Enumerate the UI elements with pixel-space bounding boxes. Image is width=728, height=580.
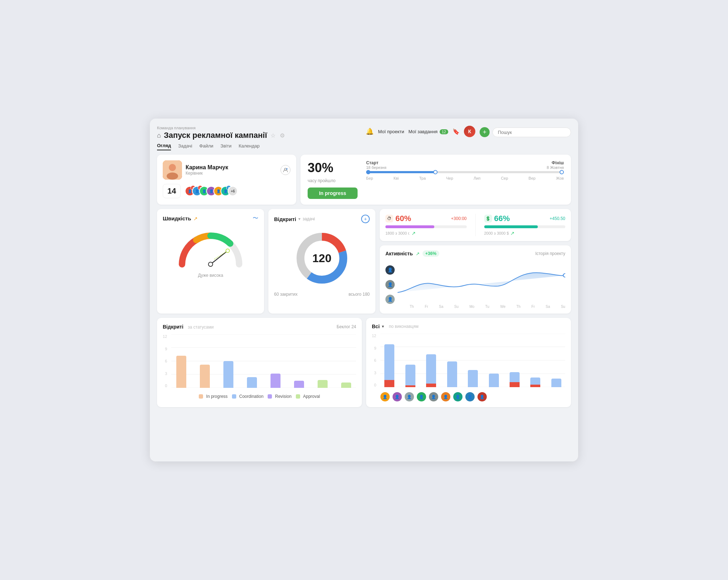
- team-top: Карина Марчук Керівник: [163, 160, 290, 180]
- bar-group-4: [242, 377, 262, 388]
- people-bar-1: [380, 344, 398, 387]
- people-bar-5: [464, 370, 482, 387]
- closed-count: 60 закритих: [274, 292, 298, 297]
- row1: Карина Марчук Керівник 14: [157, 155, 571, 205]
- stats-row: ⏱ 60% +300:00 1800 з 3000 г. ↗: [385, 214, 565, 236]
- row2: Швидкість ↗ 〜: [157, 209, 571, 314]
- my-projects-link[interactable]: Мої проекти: [378, 129, 404, 134]
- header-right: 🔔 Мої проекти Мої завдання 12 🔖 К +: [366, 126, 571, 137]
- add-task-button[interactable]: +: [361, 215, 370, 223]
- speed-chart-icon-button[interactable]: 〜: [253, 215, 258, 222]
- tasks-donut-card: Відкриті ▾ задачі + 120: [268, 209, 375, 314]
- speed-title: Швидкість: [163, 215, 191, 221]
- svg-point-11: [563, 274, 565, 277]
- activity-chart-svg: [398, 260, 565, 303]
- avatars-row: 👤 1 👤 2 👤 👤 👤 👤 8 +6: [185, 186, 238, 196]
- people-bar-9-blue: [551, 379, 561, 387]
- bar-group-2: [195, 365, 215, 388]
- timeline-months: Бер Кві Тра Чер Лип Сер Вер Жов: [366, 176, 564, 180]
- my-tasks-link: Мої завдання 12: [409, 129, 448, 134]
- notification-icon[interactable]: 🔔: [366, 128, 374, 135]
- label-revision: Revision: [268, 393, 291, 399]
- status-chart-title-group: Відкриті за статусами: [163, 324, 214, 330]
- manager-info: Карина Марчук Керівник: [186, 164, 228, 176]
- team-card: Карина Марчук Керівник 14: [157, 155, 296, 205]
- finish-info: Фініш 8 Жовтня: [547, 160, 564, 170]
- label-inprogress: In progress: [199, 393, 227, 399]
- bar-group-6: [289, 381, 309, 388]
- people-bar-2-blue: [405, 365, 415, 385]
- status-bar-chart-card: Відкриті за статусами Беклог 24 12 9 6 3…: [157, 318, 362, 407]
- user-avatar[interactable]: К: [464, 126, 475, 137]
- status-chart-header: Відкриті за статусами Беклог 24: [163, 324, 356, 330]
- bar-4: [247, 377, 257, 388]
- people-bar-chart-card: Всі ▾ по виконавцям 12 9 6 3 0: [366, 318, 571, 407]
- backlog-label: Беклог 24: [337, 324, 356, 329]
- add-button[interactable]: +: [480, 127, 490, 137]
- star-button[interactable]: ☆: [270, 131, 276, 140]
- bar-group-1: [171, 356, 191, 388]
- status-button[interactable]: In progress: [308, 188, 358, 199]
- assignee-av-7: 👤: [453, 392, 462, 401]
- bookmark-icon[interactable]: 🔖: [453, 128, 460, 135]
- app-container: Команда планування ⌂ Запуск рекламної ка…: [150, 119, 578, 461]
- start-info: Старт 18 березня: [366, 160, 386, 170]
- bar-6: [294, 381, 304, 388]
- settings-button[interactable]: ⚙: [279, 131, 285, 140]
- tab-tasks[interactable]: Задачі: [178, 143, 192, 150]
- timeline-dot-start: [366, 170, 370, 174]
- activity-avatar-1: 👤: [385, 265, 395, 275]
- people-bars-area: 👤 👤 👤 👤 👤 👤 👤 👤 👤: [380, 334, 565, 401]
- chart-labels: In progress Coordination Revision Approv…: [163, 393, 356, 399]
- stats-top: ⏱ 60% +300:00 1800 з 3000 г. ↗: [380, 209, 571, 241]
- tasks-badge: 12: [440, 129, 448, 134]
- status-chart-body: 12 9 6 3 0: [163, 334, 356, 388]
- time-bar-fill: [385, 225, 434, 228]
- people-bar-7: [506, 372, 524, 387]
- money-delta: +450.50: [550, 216, 565, 221]
- add-member-button[interactable]: [280, 165, 290, 175]
- people-bar-8-blue: [530, 378, 540, 385]
- time-percent: 60%: [395, 214, 411, 223]
- total-count: всього 180: [349, 292, 370, 297]
- tab-calendar[interactable]: Календар: [239, 143, 260, 150]
- bar-group-8: [336, 382, 356, 388]
- history-link[interactable]: Історія проекту: [535, 251, 565, 256]
- activity-card: Активність ↗ +36% Історія проекту 👤 👤 👤: [380, 245, 571, 314]
- assignee-avatars: 👤 👤 👤 👤 👤 👤 👤 👤 👤: [380, 390, 565, 401]
- timeline-dot-current: [433, 170, 438, 174]
- dot-inprogress: [199, 394, 203, 399]
- tab-reports[interactable]: Звіти: [221, 143, 232, 150]
- timeline-dates: Старт 18 березня Фініш 8 Жовтня: [366, 160, 564, 170]
- activity-months: Th Fr Sa Su Mo Tu We Th Fr Sa Su: [398, 305, 565, 309]
- assignee-av-5: 👤: [429, 392, 438, 401]
- manager-name: Карина Марчук: [186, 164, 228, 171]
- timeline-dot-end: [560, 170, 564, 174]
- tasks-dropdown-icon[interactable]: ▾: [298, 216, 300, 221]
- label-approval: Approval: [296, 393, 320, 399]
- assignee-av-9: 👤: [477, 392, 487, 401]
- team-label: Команда планування: [157, 126, 285, 130]
- people-bars-relative: [380, 334, 565, 387]
- tab-overview[interactable]: Огляд: [157, 143, 171, 150]
- people-bar-4-blue: [447, 361, 457, 387]
- assignee-av-2: 👤: [393, 392, 402, 401]
- team-info: Карина Марчук Керівник: [163, 160, 228, 180]
- assignee-av-6: 👤: [441, 392, 450, 401]
- search-input[interactable]: [492, 128, 571, 137]
- bar-group-3: [218, 361, 238, 388]
- assignee-dropdown-button[interactable]: ▾: [382, 324, 384, 329]
- bar-7: [318, 380, 328, 388]
- time-up-icon: ↗: [411, 230, 416, 236]
- people-chart-header: Всі ▾ по виконавцям: [372, 324, 565, 329]
- tasks-subtitle: задачі: [303, 216, 315, 221]
- avatar-more: +6: [228, 186, 238, 196]
- tab-files[interactable]: Файли: [199, 143, 213, 150]
- people-bar-7-blue: [510, 372, 520, 382]
- people-bar-1-blue: [384, 344, 394, 380]
- gauge-svg: [175, 225, 246, 271]
- money-icon: 💲: [484, 215, 492, 222]
- bar-group-7: [313, 380, 333, 388]
- people-bar-4: [443, 361, 461, 387]
- svg-point-1: [169, 164, 176, 171]
